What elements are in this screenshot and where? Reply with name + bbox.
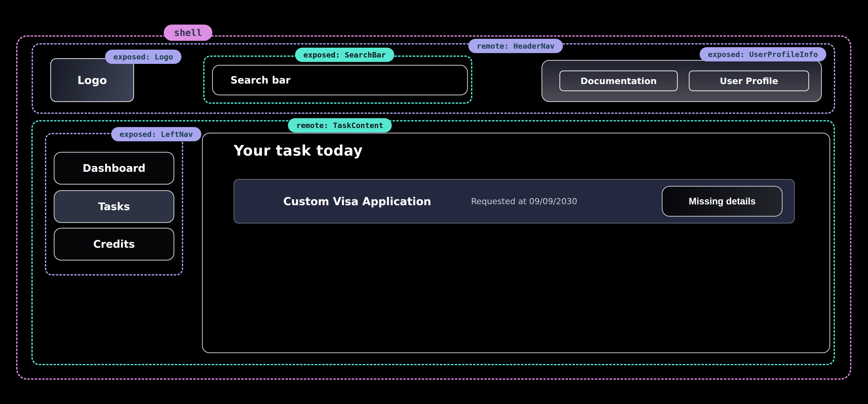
task-row: Custom Visa Application Requested at 09/… <box>234 179 795 223</box>
search-input[interactable]: Search bar <box>212 65 468 95</box>
headernav-remote-pill: remote: HeaderNav <box>468 39 563 53</box>
shell-label-pill: shell <box>164 25 212 41</box>
page-title: Your task today <box>234 142 363 159</box>
exposed-logo-pill: exposed: Logo <box>105 50 181 64</box>
documentation-button[interactable]: Documentation <box>559 70 678 91</box>
logo: Logo <box>50 58 134 102</box>
task-requested-date: Requested at 09/09/2030 <box>471 196 577 206</box>
sidebar-item-credits[interactable]: Credits <box>54 228 174 260</box>
taskcontent-remote-pill: remote: TaskContent <box>288 118 392 133</box>
exposed-userprofileinfo-pill: exposed: UserProfileInfo <box>700 47 826 61</box>
user-profile-button[interactable]: User Profile <box>689 70 809 91</box>
missing-details-button[interactable]: Missing details <box>662 186 782 217</box>
exposed-searchbar-pill: exposed: SearchBar <box>295 48 394 62</box>
sidebar-item-tasks[interactable]: Tasks <box>54 190 174 223</box>
user-profile-info-panel: Documentation User Profile <box>541 60 822 102</box>
exposed-leftnav-pill: exposed: LeftNav <box>111 127 201 141</box>
task-title: Custom Visa Application <box>283 195 431 208</box>
sidebar-item-dashboard[interactable]: Dashboard <box>54 152 174 184</box>
task-content-panel: Your task today Custom Visa Application … <box>202 133 830 353</box>
